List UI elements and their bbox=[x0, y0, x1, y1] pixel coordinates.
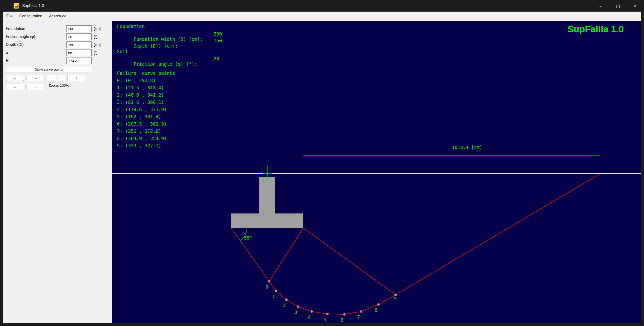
r-input[interactable] bbox=[66, 57, 92, 64]
point-label: 3 bbox=[294, 310, 297, 315]
point-label: 1 bbox=[272, 294, 275, 299]
menu-file[interactable]: File bbox=[3, 11, 16, 21]
point-dot bbox=[360, 310, 362, 313]
maximize-button[interactable]: ▢ bbox=[609, 0, 626, 11]
zoom-in-button[interactable]: + bbox=[6, 84, 24, 90]
alpha-unit: [°] bbox=[94, 50, 97, 54]
point-label: 5 bbox=[324, 317, 326, 322]
foundation-label: Foundation bbox=[6, 26, 25, 31]
angle-label: 55° bbox=[244, 235, 252, 241]
zoom-out-button[interactable]: - bbox=[26, 84, 45, 90]
point-label: 4 bbox=[308, 315, 310, 320]
point-label: 2 bbox=[282, 303, 285, 308]
point-dot bbox=[310, 310, 313, 313]
close-button[interactable]: ✕ bbox=[626, 0, 644, 11]
friction-angle-input[interactable] bbox=[66, 33, 92, 40]
foundation-input[interactable] bbox=[66, 25, 92, 32]
point-label: 9 bbox=[394, 296, 396, 301]
zoom-level-label: Zoom: 100% bbox=[48, 83, 69, 87]
point-label: 0 bbox=[265, 284, 268, 290]
point-dot bbox=[343, 313, 346, 316]
r-label: R bbox=[6, 58, 9, 63]
exit-line bbox=[396, 174, 600, 295]
friction-angle-label: Friction angle (φ) bbox=[6, 34, 35, 39]
foundation-unit: [cm] bbox=[94, 26, 100, 31]
radial-line-start bbox=[269, 228, 303, 281]
point-dot bbox=[275, 290, 277, 292]
alpha-label: α bbox=[6, 50, 8, 55]
alpha-input[interactable] bbox=[66, 49, 92, 56]
scale-label: 1018.4 [cm] bbox=[452, 145, 482, 150]
point-dot bbox=[297, 306, 300, 308]
point-dot bbox=[268, 280, 270, 283]
foundation-base bbox=[231, 214, 303, 228]
control-panel: Foundation [cm] Friction angle (φ) [°] D… bbox=[3, 21, 112, 323]
titlebar: SupFalla 1.0 – ▢ ✕ bbox=[0, 0, 644, 11]
point-dot bbox=[377, 303, 380, 306]
menu-acerca-de[interactable]: Acerca de bbox=[46, 11, 70, 21]
pan-up-button[interactable]: ↑ bbox=[47, 75, 65, 81]
point-label: 6 bbox=[340, 317, 343, 323]
foundation-stem bbox=[259, 177, 275, 214]
point-dot bbox=[394, 294, 397, 296]
depth-unit: [cm] bbox=[94, 42, 100, 47]
point-label: 8 bbox=[374, 308, 377, 313]
caption-buttons: – ▢ ✕ bbox=[592, 0, 644, 11]
point-label: 7 bbox=[357, 315, 360, 320]
window-title: SupFalla 1.0 bbox=[22, 3, 44, 8]
depth-input[interactable] bbox=[66, 41, 92, 48]
menu-configuration[interactable]: Configuration bbox=[16, 11, 46, 21]
menubar: File Configuration Acerca de bbox=[3, 11, 641, 21]
drawing-canvas: Foundation Fundation width (B) [cm]: 200… bbox=[112, 21, 641, 323]
point-dot bbox=[326, 313, 329, 315]
radial-line-end bbox=[303, 228, 396, 295]
pan-down-button[interactable]: ↓ bbox=[68, 75, 86, 81]
point-dot bbox=[285, 299, 288, 301]
draw-curve-points-button[interactable]: Draw curve points bbox=[6, 66, 92, 72]
pan-right-button[interactable]: → bbox=[26, 75, 45, 81]
failure-geometry-svg: 1018.4 [cm] 55° bbox=[112, 21, 641, 323]
minimize-button[interactable]: – bbox=[592, 0, 609, 11]
app-icon bbox=[14, 3, 19, 9]
content: Foundation [cm] Friction angle (φ) [°] D… bbox=[3, 21, 641, 323]
pan-left-button[interactable]: ← bbox=[6, 75, 24, 81]
depth-label: Depth (Df) bbox=[6, 42, 24, 47]
friction-angle-unit: [°] bbox=[94, 34, 97, 39]
